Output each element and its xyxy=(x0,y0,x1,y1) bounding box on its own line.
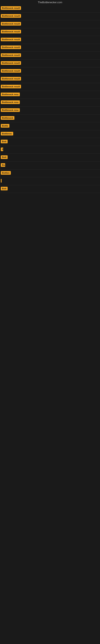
badge-container: Bottleneck result xyxy=(1,61,21,66)
badge-container: Bottleneck resu xyxy=(1,100,20,105)
list-item: Bottleneck resu xyxy=(0,99,100,107)
bottleneck-badge: Bottleneck result xyxy=(1,61,21,65)
bottleneck-badge: Bottlenec xyxy=(1,132,13,136)
badge-container: Bott xyxy=(1,187,8,191)
badge-container: Bottle xyxy=(1,124,9,128)
list-item: Bottleneck result xyxy=(0,12,100,20)
badge-container: Bott xyxy=(1,155,8,160)
list-item: Bottleneck resu xyxy=(0,107,100,114)
bottleneck-badge: Bottleneck result xyxy=(1,53,21,57)
list-item: Bottleneck result xyxy=(0,60,100,68)
bottleneck-badge: Bottleneck result xyxy=(1,30,21,34)
badge-container: Bott xyxy=(1,140,8,144)
list-item: Bottleneck result xyxy=(0,68,100,75)
list-item: Bottleneck result xyxy=(0,28,100,36)
badge-container: Bottleneck result xyxy=(1,69,21,74)
badge-container: Bottleneck result xyxy=(1,53,21,58)
list-item: Bottle xyxy=(0,122,100,130)
list-item: Bottlenec xyxy=(0,130,100,138)
list-item: Bott xyxy=(0,138,100,146)
badge-container: Bottleneck result xyxy=(1,22,21,26)
bottleneck-badge: B xyxy=(1,148,3,151)
badge-container: Bottleneck result xyxy=(1,85,21,89)
list-item: Bottleneck result xyxy=(0,36,100,44)
site-title-container: TheBottlenecker.com xyxy=(0,0,100,5)
bottleneck-badge: Bottlen xyxy=(1,171,11,175)
list-item: Bottleneck xyxy=(0,114,100,122)
list-item: B xyxy=(0,146,100,154)
bottleneck-badge: Bott xyxy=(1,187,8,190)
bottleneck-badge: Bottleneck result xyxy=(1,46,21,49)
bottleneck-badge: Bottle xyxy=(1,124,9,128)
bottleneck-badge: Bott xyxy=(1,155,8,159)
list-item: Bott xyxy=(0,185,100,193)
badge-container: B xyxy=(1,148,3,152)
bottleneck-badge: Bottleneck result xyxy=(1,14,21,18)
bottleneck-badge: Bottleneck result xyxy=(1,85,21,88)
bottleneck-sliver xyxy=(1,179,1,182)
badge-container: Bo xyxy=(1,163,5,168)
list-item: Bottleneck result xyxy=(0,5,100,12)
badge-container: Bottleneck resu xyxy=(1,92,20,97)
bottleneck-badge: Bottleneck resu xyxy=(1,108,20,112)
bottleneck-badge: Bottleneck result xyxy=(1,38,21,41)
list-item: Bottleneck result xyxy=(0,44,100,52)
bottleneck-badge: Bottleneck result xyxy=(1,6,21,10)
list-item xyxy=(0,177,100,185)
badge-container: Bottleneck result xyxy=(1,46,21,50)
bottleneck-badge: Bottleneck result xyxy=(1,22,21,26)
bottleneck-badge: Bottleneck resu xyxy=(1,92,20,96)
bottleneck-badge: Bo xyxy=(1,163,5,167)
list-item: Bottlen xyxy=(0,170,100,177)
list-item: Bottleneck result xyxy=(0,20,100,28)
list-item: Bottleneck resu xyxy=(0,91,100,99)
bottleneck-badge: Bottleneck xyxy=(1,116,14,120)
badge-container: Bottleneck resu xyxy=(1,108,20,113)
rows-container: Bottleneck resultBottleneck resultBottle… xyxy=(0,5,100,515)
badge-container: Bottleneck xyxy=(1,116,14,120)
badge-container: Bottleneck result xyxy=(1,6,21,11)
badge-container: Bottleneck result xyxy=(1,77,21,81)
badge-container: Bottleneck result xyxy=(1,30,21,34)
list-item: Bottleneck result xyxy=(0,83,100,91)
badge-container xyxy=(1,179,1,183)
badge-container: Bottlenec xyxy=(1,132,13,136)
badge-container: Bottleneck result xyxy=(1,38,21,42)
list-item: Bo xyxy=(0,162,100,170)
badge-container: Bottleneck result xyxy=(1,14,21,18)
bottom-spacer xyxy=(0,193,100,515)
bottleneck-badge: Bott xyxy=(1,140,8,143)
badge-container: Bottlen xyxy=(1,171,11,176)
bottleneck-badge: Bottleneck resu xyxy=(1,100,20,104)
site-title: TheBottlenecker.com xyxy=(0,0,100,5)
list-item: Bott xyxy=(0,154,100,162)
bottleneck-badge: Bottleneck result xyxy=(1,69,21,73)
list-item: Bottleneck result xyxy=(0,75,100,83)
bottleneck-badge: Bottleneck result xyxy=(1,77,21,80)
list-item: Bottleneck result xyxy=(0,52,100,60)
